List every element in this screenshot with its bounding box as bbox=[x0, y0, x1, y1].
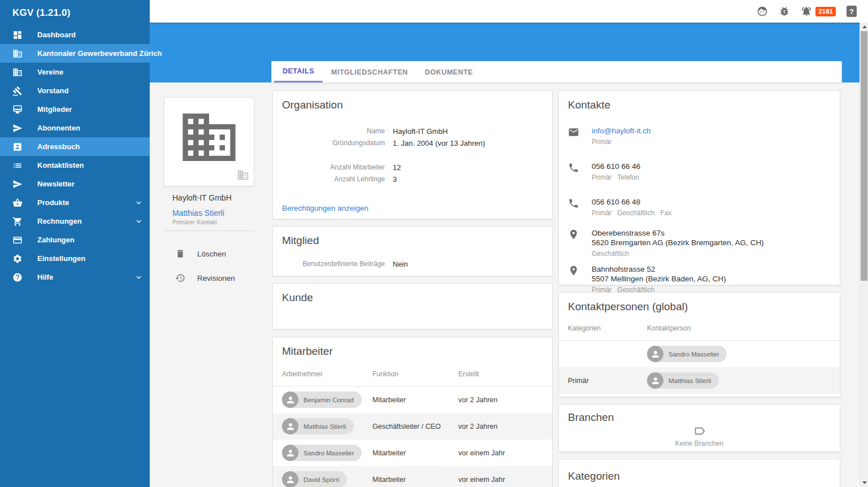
field-label: Anzahl Lehrlinge bbox=[282, 173, 385, 185]
sidebar-item-kontaktlisten[interactable]: Kontaktlisten bbox=[0, 156, 150, 175]
sidebar-item-zahlungen[interactable]: Zahlungen bbox=[0, 231, 150, 249]
field-row: Anzahl Lehrlinge 3 bbox=[282, 173, 543, 185]
table-header-row: Arbeitnehmer Funktion Erstellt bbox=[273, 370, 552, 386]
vertical-scrollbar bbox=[860, 23, 868, 487]
scroll-down-arrow[interactable] bbox=[860, 479, 868, 487]
sidebar-item-label: Einstellungen bbox=[37, 254, 85, 263]
notification-count-badge: 2181 bbox=[815, 7, 836, 16]
empty-state: Keine Branchen bbox=[568, 425, 831, 447]
contact-tag: Geschäftlich bbox=[617, 209, 654, 217]
dashboard-icon bbox=[12, 30, 23, 40]
scrollbar-thumb[interactable] bbox=[861, 31, 867, 281]
person-chip[interactable]: Sandro Masselier bbox=[647, 346, 727, 362]
bug-report-button[interactable] bbox=[779, 6, 790, 17]
kategorien-card: Kategorien bbox=[558, 459, 840, 487]
sidebar-item-rechnungen[interactable]: Rechnungen bbox=[0, 212, 150, 231]
person-avatar-icon bbox=[282, 392, 298, 408]
topbar: 2181 ? bbox=[150, 0, 868, 23]
organisation-avatar-card bbox=[164, 97, 254, 186]
kontaktpersonen-card: Kontaktpersonen (global) Kategorien Kont… bbox=[558, 292, 840, 397]
primary-contact-link[interactable]: Matthias Stierli bbox=[172, 208, 224, 218]
contact-tag: Telefon bbox=[617, 173, 639, 181]
notifications-button[interactable]: 2181 bbox=[801, 6, 836, 17]
sidebar-item-vorstand[interactable]: Vorstand bbox=[0, 81, 150, 100]
card-title: Mitglied bbox=[282, 234, 543, 247]
tab-details[interactable]: DETAILS bbox=[274, 62, 323, 82]
card-title: Kunde bbox=[282, 292, 543, 304]
sidebar-item-label: Rechnungen bbox=[37, 217, 82, 225]
sidebar: KGV (1.21.0) Dashboard Kantonaler Gewerb… bbox=[0, 0, 150, 487]
user-face-button[interactable] bbox=[757, 6, 768, 17]
sidebar-item-abonnenten[interactable]: Abonnenten bbox=[0, 119, 150, 137]
email-link[interactable]: info@hayloft-it.ch bbox=[592, 126, 651, 136]
contact-item-phone: 056 610 66 46 PrimärTelefon bbox=[568, 162, 831, 181]
history-icon bbox=[175, 273, 185, 283]
column-header: Erstellt bbox=[458, 370, 543, 378]
sidebar-item-vereine[interactable]: Vereine bbox=[0, 63, 150, 81]
sidebar-item-adressbuch[interactable]: Adressbuch bbox=[0, 137, 150, 156]
location-pin-icon bbox=[568, 228, 579, 258]
delete-button[interactable]: Löschen bbox=[175, 249, 226, 259]
empty-text: Keine Branchen bbox=[675, 440, 723, 447]
contact-tag: Primär bbox=[592, 209, 611, 217]
person-avatar-icon bbox=[282, 418, 298, 434]
help-button[interactable]: ? bbox=[847, 6, 857, 17]
field-value: Nein bbox=[393, 258, 408, 270]
person-chip[interactable]: Benjamin Conrad bbox=[282, 392, 362, 408]
location-pin-icon bbox=[568, 264, 579, 294]
card-title: Kategorien bbox=[568, 470, 831, 482]
sidebar-item-label: Hilfe bbox=[37, 273, 53, 281]
sidebar-item-einstellungen[interactable]: Einstellungen bbox=[0, 249, 150, 268]
basket-icon bbox=[12, 198, 23, 208]
scroll-up-arrow[interactable] bbox=[860, 23, 868, 31]
tab-bar: DETAILS MITGLIEDSCHAFTEN DOKUMENTE bbox=[271, 61, 842, 83]
field-label: Gründungsdatum bbox=[282, 137, 385, 149]
help-circle-icon bbox=[12, 272, 23, 282]
bug-icon bbox=[779, 6, 790, 17]
application-window: KGV (1.21.0) Dashboard Kantonaler Gewerb… bbox=[0, 0, 868, 487]
table-row: Sandro Masselier bbox=[559, 341, 840, 367]
contact-tag: Primär bbox=[592, 138, 611, 146]
card-title: Mitarbeiter bbox=[273, 337, 552, 358]
person-chip[interactable]: Matthias Stierli bbox=[647, 372, 719, 389]
erstellt-cell: vor einem Jahr bbox=[458, 449, 543, 457]
chevron-down-icon bbox=[134, 272, 144, 282]
mitglied-card: Mitglied Benutzerdefinierte Beiträge Nei… bbox=[272, 226, 553, 276]
person-avatar-icon bbox=[282, 445, 298, 461]
funktion-cell: Geschäftsleiter / CEO bbox=[372, 423, 458, 431]
sidebar-item-dashboard[interactable]: Dashboard bbox=[0, 25, 150, 44]
sidebar-item-hilfe[interactable]: Hilfe bbox=[0, 268, 150, 286]
app-title: KGV (1.21.0) bbox=[0, 0, 150, 25]
person-chip[interactable]: Sandro Masselier bbox=[282, 445, 362, 461]
tag-icon bbox=[693, 425, 706, 437]
sidebar-item-label: Vereine bbox=[37, 68, 63, 76]
chip-label: Sandro Masselier bbox=[303, 450, 354, 456]
field-value: 1. Jan. 2004 (vor 13 Jahren) bbox=[393, 137, 485, 149]
contact-item-phone: 056 610 66 48 PrimärGeschäftlichFax bbox=[568, 197, 831, 217]
person-avatar-icon bbox=[647, 346, 663, 362]
content-area: DETAILS MITGLIEDSCHAFTEN DOKUMENTE Haylo… bbox=[150, 23, 860, 487]
organisation-name: Hayloft-IT GmbH bbox=[172, 193, 232, 202]
column-header: Kategorien bbox=[568, 324, 647, 332]
building-badge-icon bbox=[237, 169, 249, 181]
show-permissions-link[interactable]: Berechtigungen anzeigen bbox=[282, 204, 368, 212]
revisions-button[interactable]: Revisionen bbox=[175, 273, 235, 283]
send-icon bbox=[12, 123, 23, 133]
gavel-icon bbox=[12, 86, 23, 96]
tab-mitgliedschaften[interactable]: MITGLIEDSCHAFTEN bbox=[323, 62, 416, 82]
building-placeholder-icon bbox=[177, 106, 241, 169]
address-line: Oberebenstrasse 67s bbox=[592, 228, 764, 238]
sidebar-item-produkte[interactable]: Produkte bbox=[0, 193, 150, 212]
field-label: Name bbox=[282, 125, 385, 137]
help-icon: ? bbox=[847, 6, 857, 17]
sidebar-item-newsletter[interactable]: Newsletter bbox=[0, 175, 150, 193]
sidebar-item-mitglieder[interactable]: Mitglieder bbox=[0, 100, 150, 119]
contact-tag: Geschäftlich bbox=[592, 250, 629, 258]
divider bbox=[164, 231, 254, 231]
sidebar-item-kantonaler-gewerbeverband[interactable]: Kantonaler Gewerbeverband Zürich bbox=[0, 44, 150, 63]
field-value: Hayloft-IT GmbH bbox=[393, 125, 448, 137]
person-chip[interactable]: David Spörri bbox=[282, 471, 347, 487]
person-chip[interactable]: Matthias Stierli bbox=[282, 418, 354, 434]
funktion-cell: Mitarbeiter bbox=[372, 449, 458, 457]
tab-dokumente[interactable]: DOKUMENTE bbox=[416, 62, 481, 82]
